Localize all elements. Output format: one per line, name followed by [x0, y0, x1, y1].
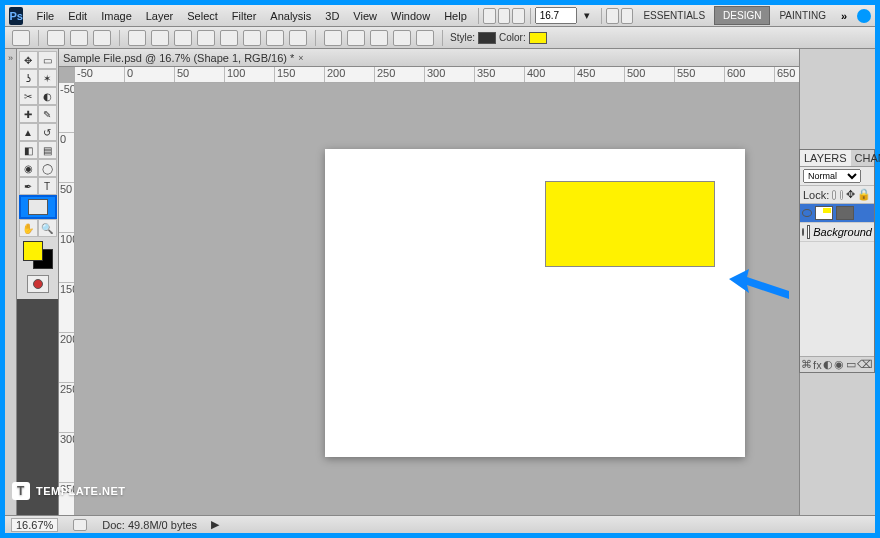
brush-tool[interactable]: ✎ [38, 105, 57, 123]
menu-analysis[interactable]: Analysis [263, 10, 318, 22]
tab-channels[interactable]: CHANNEL [851, 150, 880, 166]
crop-tool[interactable]: ✂ [19, 87, 38, 105]
collapsed-dock-left[interactable]: » [5, 49, 17, 515]
menu-view[interactable]: View [346, 10, 384, 22]
workspace-more-icon[interactable]: » [835, 10, 853, 22]
canvas-pane[interactable] [75, 83, 799, 515]
move-tool[interactable]: ✥ [19, 51, 38, 69]
lock-position-icon[interactable]: ✥ [846, 188, 855, 201]
zoom-tool[interactable]: 🔍 [38, 219, 57, 237]
layer-name[interactable]: Background [813, 226, 872, 238]
fill-pixels-icon[interactable] [93, 30, 111, 46]
history-brush-tool[interactable]: ↺ [38, 123, 57, 141]
menu-image[interactable]: Image [94, 10, 139, 22]
custom-shape-icon[interactable] [289, 30, 307, 46]
layer-mask-thumbnail[interactable] [836, 206, 854, 220]
screen-mode-icon[interactable] [621, 8, 634, 24]
healing-tool[interactable]: ✚ [19, 105, 38, 123]
menu-filter[interactable]: Filter [225, 10, 263, 22]
view-extras-icon[interactable] [512, 8, 525, 24]
lock-all-icon[interactable]: 🔒 [857, 188, 871, 201]
workspace-design[interactable]: DESIGN [714, 6, 770, 25]
lock-pixels-icon[interactable] [840, 190, 843, 200]
tab-layers[interactable]: LAYERS [800, 150, 851, 166]
workspace-essentials[interactable]: ESSENTIALS [634, 6, 714, 25]
rectangle-shape-tool[interactable] [19, 195, 57, 219]
status-zoom[interactable]: 16.67% [11, 518, 58, 532]
gradient-tool[interactable]: ▤ [38, 141, 57, 159]
launch-bridge-icon[interactable] [483, 8, 496, 24]
type-tool[interactable]: T [38, 177, 57, 195]
visibility-toggle-icon[interactable] [802, 228, 804, 236]
pen-tool[interactable]: ✒ [19, 177, 38, 195]
layer-mask-icon[interactable]: ◐ [823, 358, 833, 371]
menu-layer[interactable]: Layer [139, 10, 181, 22]
watermark-logo-icon: T [12, 482, 30, 500]
menu-help[interactable]: Help [437, 10, 474, 22]
blur-tool[interactable]: ◉ [19, 159, 38, 177]
menu-3d[interactable]: 3D [318, 10, 346, 22]
pathop-intersect-icon[interactable] [393, 30, 411, 46]
pathop-add-icon[interactable] [347, 30, 365, 46]
shape-rectangle[interactable] [545, 181, 715, 267]
link-layers-icon[interactable]: ⌘ [801, 358, 812, 371]
workspace-switcher: ESSENTIALS DESIGN PAINTING » [634, 6, 871, 25]
marquee-tool[interactable]: ▭ [38, 51, 57, 69]
zoom-dropdown-icon[interactable]: ▾ [577, 9, 597, 22]
visibility-toggle-icon[interactable] [802, 209, 812, 217]
zoom-input[interactable] [535, 7, 577, 24]
style-swatch[interactable] [478, 32, 496, 44]
adjustment-layer-icon[interactable]: ◉ [834, 358, 844, 371]
blend-mode-select[interactable]: Normal [803, 169, 861, 183]
status-icon[interactable] [73, 519, 87, 531]
layer-thumbnail[interactable] [807, 225, 810, 239]
canvas[interactable] [325, 149, 745, 457]
menu-window[interactable]: Window [384, 10, 437, 22]
delete-layer-icon[interactable]: ⌫ [857, 358, 873, 371]
launch-minibridge-icon[interactable] [498, 8, 511, 24]
pathop-subtract-icon[interactable] [370, 30, 388, 46]
tool-preset-icon[interactable] [12, 30, 30, 46]
freeform-pen-icon[interactable] [151, 30, 169, 46]
menu-edit[interactable]: Edit [61, 10, 94, 22]
layer-row[interactable] [800, 204, 874, 223]
rounded-rect-icon[interactable] [197, 30, 215, 46]
workspace-painting[interactable]: PAINTING [770, 6, 834, 25]
rectangle-icon[interactable] [174, 30, 192, 46]
ellipse-icon[interactable] [220, 30, 238, 46]
paths-icon[interactable] [70, 30, 88, 46]
ruler-tick: 450 [575, 67, 625, 82]
arrange-docs-icon[interactable] [606, 8, 619, 24]
shape-layers-icon[interactable] [47, 30, 65, 46]
pathop-new-icon[interactable] [324, 30, 342, 46]
close-tab-icon[interactable]: × [298, 53, 303, 63]
pathop-exclude-icon[interactable] [416, 30, 434, 46]
layer-row[interactable]: Background [800, 223, 874, 242]
ruler-tick: 300 [59, 433, 74, 483]
quick-mask-toggle[interactable] [27, 275, 49, 293]
ruler-tick: 550 [675, 67, 725, 82]
document-tab[interactable]: Sample File.psd @ 16.7% (Shape 1, RGB/16… [59, 49, 799, 67]
color-swatch[interactable] [529, 32, 547, 44]
line-icon[interactable] [266, 30, 284, 46]
menu-file[interactable]: File [29, 10, 61, 22]
polygon-icon[interactable] [243, 30, 261, 46]
color-swatches[interactable] [23, 241, 53, 269]
foreground-color-swatch[interactable] [23, 241, 43, 261]
pen-icon[interactable] [128, 30, 146, 46]
status-menu-arrow-icon[interactable]: ▶ [211, 518, 219, 531]
eyedropper-tool[interactable]: ◐ [38, 87, 57, 105]
eraser-tool[interactable]: ◧ [19, 141, 38, 159]
document-area: Sample File.psd @ 16.7% (Shape 1, RGB/16… [59, 49, 799, 515]
menu-select[interactable]: Select [180, 10, 225, 22]
new-layer-icon[interactable]: ▭ [846, 358, 856, 371]
lock-transparent-icon[interactable] [832, 190, 835, 200]
stamp-tool[interactable]: ▲ [19, 123, 38, 141]
dodge-tool[interactable]: ◯ [38, 159, 57, 177]
hand-tool[interactable]: ✋ [19, 219, 38, 237]
cs-live-icon[interactable] [857, 9, 871, 23]
lasso-tool[interactable]: ʖ [19, 69, 38, 87]
quick-select-tool[interactable]: ✶ [38, 69, 57, 87]
layer-style-icon[interactable]: fx [813, 359, 822, 371]
layer-thumbnail[interactable] [815, 206, 833, 220]
